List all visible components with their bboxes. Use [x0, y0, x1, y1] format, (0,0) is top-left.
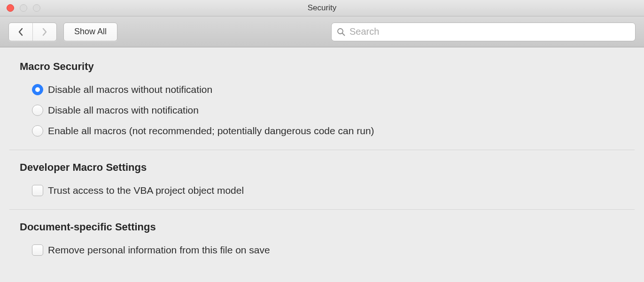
checkbox-remove-personal-info[interactable]: [32, 244, 43, 256]
macro-security-section: Macro Security Disable all macros withou…: [9, 61, 635, 150]
minimize-window-button: [20, 4, 27, 12]
document-specific-options: Remove personal information from this fi…: [9, 240, 635, 260]
option-remove-personal-info[interactable]: Remove personal information from this fi…: [32, 240, 635, 260]
radio-disable-without-notification[interactable]: [32, 84, 43, 95]
chevron-left-icon: [17, 28, 24, 36]
toolbar: Show All: [0, 16, 644, 47]
option-label: Disable all macros with notification: [48, 105, 199, 116]
close-window-button[interactable]: [7, 4, 14, 12]
section-title-developer-macro: Developer Macro Settings: [20, 161, 635, 174]
checkbox-trust-vba-access[interactable]: [32, 185, 43, 196]
titlebar: Security: [0, 0, 644, 16]
chevron-right-icon: [41, 28, 48, 36]
document-specific-section: Document-specific Settings Remove person…: [9, 221, 635, 269]
option-label: Trust access to the VBA project object m…: [48, 185, 244, 196]
option-label: Disable all macros without notification: [48, 84, 212, 95]
option-label: Enable all macros (not recommended; pote…: [48, 125, 374, 137]
macro-security-options: Disable all macros without notification …: [9, 79, 635, 141]
content: Macro Security Disable all macros withou…: [0, 47, 644, 269]
svg-point-0: [338, 29, 343, 34]
show-all-button[interactable]: Show All: [63, 23, 117, 41]
back-button[interactable]: [9, 23, 32, 41]
developer-macro-section: Developer Macro Settings Trust access to…: [9, 161, 635, 209]
radio-disable-with-notification[interactable]: [32, 105, 43, 116]
option-trust-vba-access[interactable]: Trust access to the VBA project object m…: [32, 180, 635, 201]
nav-buttons: [8, 23, 57, 41]
section-divider: [9, 150, 635, 150]
svg-line-1: [342, 33, 345, 36]
option-disable-without-notification[interactable]: Disable all macros without notification: [32, 79, 635, 100]
search-input[interactable]: [349, 26, 630, 37]
window-controls: [7, 4, 40, 12]
radio-enable-all-macros[interactable]: [32, 125, 43, 137]
search-box[interactable]: [331, 23, 636, 41]
forward-button[interactable]: [33, 23, 56, 41]
option-label: Remove personal information from this fi…: [48, 244, 270, 256]
section-title-document-specific: Document-specific Settings: [20, 221, 635, 233]
option-disable-with-notification[interactable]: Disable all macros with notification: [32, 100, 635, 121]
search-icon: [336, 27, 346, 37]
section-divider: [9, 209, 635, 210]
developer-macro-options: Trust access to the VBA project object m…: [9, 180, 635, 201]
option-enable-all-macros[interactable]: Enable all macros (not recommended; pote…: [32, 121, 635, 141]
window-title: Security: [308, 3, 336, 13]
zoom-window-button: [33, 4, 40, 12]
section-title-macro-security: Macro Security: [20, 61, 635, 73]
